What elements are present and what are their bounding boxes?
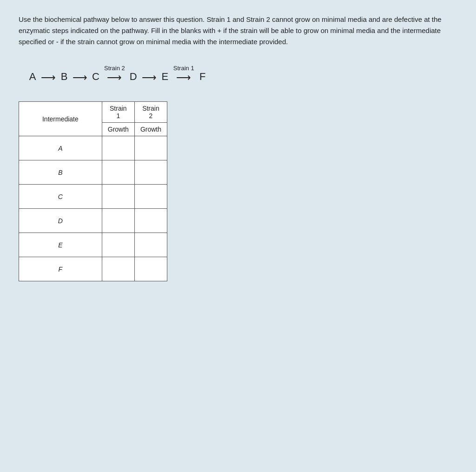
strain2-input[interactable]: [135, 209, 167, 233]
strain2-input-cell[interactable]: [134, 209, 167, 233]
strain2-input[interactable]: [135, 136, 167, 160]
intermediate-label: D: [19, 209, 102, 233]
strain2-col-header: Strain 2: [134, 102, 167, 123]
table-row: D: [19, 209, 167, 233]
strain2-input-cell[interactable]: [134, 136, 167, 160]
strain1-input[interactable]: [102, 209, 134, 233]
arrow-ab: ⟶: [41, 64, 56, 83]
strain1-input-cell[interactable]: [102, 185, 134, 209]
intermediate-label: C: [19, 185, 102, 209]
table-row: B: [19, 160, 167, 185]
arrow-bc: ⟶: [73, 64, 87, 83]
strain2-growth-header: Growth: [134, 123, 167, 136]
intermediate-col-header: Intermediate: [19, 102, 102, 136]
table-row: A: [19, 136, 167, 160]
node-d: D: [129, 71, 138, 83]
growth-table: Intermediate Strain 1 Strain 2 Growth Gr…: [19, 101, 167, 281]
intermediate-label: B: [19, 160, 102, 185]
strain1-input[interactable]: [102, 160, 134, 184]
strain1-input-cell[interactable]: [102, 160, 134, 185]
strain2-input-cell[interactable]: [134, 185, 167, 209]
question-text: Use the biochemical pathway below to ans…: [19, 14, 457, 47]
node-a: A: [28, 71, 37, 83]
strain1-input[interactable]: [102, 185, 134, 208]
strain1-input[interactable]: [102, 233, 134, 257]
arrow-cd: Strain 2 ⟶: [104, 64, 125, 83]
strain2-input-cell[interactable]: [134, 233, 167, 257]
intermediate-label: E: [19, 233, 102, 257]
strain1-growth-header: Growth: [102, 123, 134, 136]
intermediate-label: A: [19, 136, 102, 160]
strain2-input[interactable]: [135, 257, 167, 281]
arrow-de: ⟶: [142, 64, 157, 83]
table-row: C: [19, 185, 167, 209]
strain2-input-cell[interactable]: [134, 160, 167, 185]
strain2-input[interactable]: [135, 160, 167, 184]
strain1-input[interactable]: [102, 257, 134, 281]
strain1-input-cell[interactable]: [102, 209, 134, 233]
pathway-section: A ⟶ B ⟶ C Strain 2 ⟶ D: [19, 61, 457, 83]
strain1-input-cell[interactable]: [102, 257, 134, 281]
node-e: E: [160, 71, 170, 83]
node-c: C: [91, 71, 100, 83]
strain2-input-cell[interactable]: [134, 257, 167, 281]
node-f: F: [198, 71, 207, 83]
strain2-input[interactable]: [135, 185, 167, 208]
strain1-input-cell[interactable]: [102, 136, 134, 160]
table-row: E: [19, 233, 167, 257]
arrow-ef: Strain 1 ⟶: [173, 64, 194, 83]
intermediate-label: F: [19, 257, 102, 281]
table-section: Intermediate Strain 1 Strain 2 Growth Gr…: [19, 101, 457, 281]
node-b: B: [60, 71, 69, 83]
strain1-col-header: Strain 1: [102, 102, 134, 123]
strain1-input-cell[interactable]: [102, 233, 134, 257]
strain2-input[interactable]: [135, 233, 167, 257]
table-row: F: [19, 257, 167, 281]
strain1-input[interactable]: [102, 136, 134, 160]
